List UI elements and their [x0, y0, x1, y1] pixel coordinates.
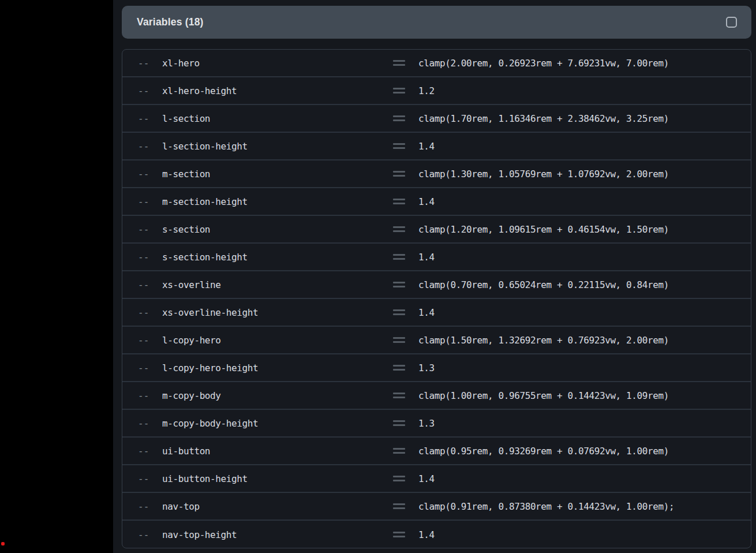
variable-name: xl-hero	[162, 58, 393, 69]
equals-icon	[393, 503, 405, 509]
equals-icon	[393, 393, 405, 398]
dash-prefix: --	[138, 113, 162, 124]
variable-value: clamp(1.00rem, 0.96755rem + 0.14423vw, 1…	[418, 390, 669, 401]
variable-name: m-section	[162, 169, 393, 180]
variable-value: 1.4	[418, 252, 435, 263]
variable-row[interactable]: -- l-section-height 1.4	[122, 133, 751, 160]
equals-icon	[393, 532, 405, 537]
variable-row[interactable]: -- s-section clamp(1.20rem, 1.09615rem +…	[122, 216, 751, 244]
variable-value: 1.2	[418, 85, 435, 96]
variable-row[interactable]: -- m-section-height 1.4	[122, 188, 751, 216]
variable-value: 1.4	[418, 141, 435, 152]
variable-value: clamp(1.30rem, 1.05769rem + 1.07692vw, 2…	[418, 169, 669, 180]
equals-icon	[393, 476, 405, 481]
dash-prefix: --	[138, 418, 162, 429]
variable-row[interactable]: -- xl-hero clamp(2.00rem, 0.26923rem + 7…	[122, 50, 751, 77]
variable-row[interactable]: -- m-copy-body-height 1.3	[122, 410, 751, 438]
variable-name: s-section	[162, 224, 393, 235]
variable-row[interactable]: -- m-copy-body clamp(1.00rem, 0.96755rem…	[122, 382, 751, 410]
variable-name: xs-overline	[162, 279, 393, 290]
dash-prefix: --	[138, 363, 162, 373]
equals-icon	[393, 143, 405, 149]
dash-prefix: --	[138, 473, 162, 484]
equals-icon	[393, 365, 405, 371]
variable-row[interactable]: -- s-section-height 1.4	[122, 244, 751, 271]
variable-value: clamp(0.70rem, 0.65024rem + 0.22115vw, 0…	[418, 279, 669, 290]
red-dot	[1, 542, 5, 545]
variable-name: s-section-height	[162, 252, 393, 263]
variable-value: clamp(1.70rem, 1.16346rem + 2.38462vw, 3…	[418, 113, 669, 124]
dash-prefix: --	[138, 252, 162, 263]
variable-name: l-copy-hero-height	[162, 363, 393, 373]
equals-icon	[393, 282, 405, 287]
equals-icon	[393, 254, 405, 260]
equals-icon	[393, 448, 405, 454]
equals-icon	[393, 171, 405, 177]
variable-value: 1.3	[418, 363, 435, 373]
variable-name: l-section-height	[162, 141, 393, 152]
equals-icon	[393, 226, 405, 232]
dash-prefix: --	[138, 390, 162, 401]
dash-prefix: --	[138, 141, 162, 152]
equals-icon	[393, 420, 405, 426]
dash-prefix: --	[138, 169, 162, 180]
variable-row[interactable]: -- m-section clamp(1.30rem, 1.05769rem +…	[122, 160, 751, 188]
variable-row[interactable]: -- ui-button-height 1.4	[122, 465, 751, 493]
panel-title: Variables (18)	[137, 16, 204, 28]
variable-value: 1.4	[418, 529, 435, 540]
variable-name: l-section	[162, 113, 393, 124]
variable-value: 1.4	[418, 473, 435, 484]
equals-icon	[393, 115, 405, 121]
variable-row[interactable]: -- l-section clamp(1.70rem, 1.16346rem +…	[122, 105, 751, 133]
variable-name: m-copy-body-height	[162, 418, 393, 429]
variable-name: xl-hero-height	[162, 85, 393, 96]
variable-name: ui-button-height	[162, 473, 393, 484]
variable-name: xs-overline-height	[162, 307, 393, 318]
variable-row[interactable]: -- l-copy-hero-height 1.3	[122, 354, 751, 382]
variables-table: -- xl-hero clamp(2.00rem, 0.26923rem + 7…	[122, 49, 751, 548]
equals-icon	[393, 60, 405, 66]
left-black-strip	[0, 0, 113, 553]
variable-name: m-section-height	[162, 196, 393, 207]
variable-value: 1.4	[418, 307, 435, 318]
checkbox-icon[interactable]	[726, 17, 737, 28]
variable-name: nav-top-height	[162, 529, 393, 540]
dash-prefix: --	[138, 279, 162, 290]
equals-icon	[393, 88, 405, 94]
variable-name: m-copy-body	[162, 390, 393, 401]
dash-prefix: --	[138, 58, 162, 69]
equals-icon	[393, 199, 405, 204]
dash-prefix: --	[138, 85, 162, 96]
variable-value: clamp(1.50rem, 1.32692rem + 0.76923vw, 2…	[418, 335, 669, 346]
dash-prefix: --	[138, 307, 162, 318]
panel-header: Variables (18)	[122, 6, 751, 39]
variable-row[interactable]: -- xl-hero-height 1.2	[122, 77, 751, 105]
variable-row[interactable]: -- nav-top-height 1.4	[122, 521, 751, 548]
dash-prefix: --	[138, 224, 162, 235]
dash-prefix: --	[138, 501, 162, 512]
dash-prefix: --	[138, 196, 162, 207]
variables-panel: Variables (18) -- xl-hero clamp(2.00rem,…	[122, 0, 751, 553]
variable-value: clamp(2.00rem, 0.26923rem + 7.69231vw, 7…	[418, 58, 669, 69]
dash-prefix: --	[138, 446, 162, 457]
variable-row[interactable]: -- nav-top clamp(0.91rem, 0.87380rem + 0…	[122, 493, 751, 521]
variable-row[interactable]: -- xs-overline-height 1.4	[122, 299, 751, 327]
variable-row[interactable]: -- xs-overline clamp(0.70rem, 0.65024rem…	[122, 271, 751, 299]
variable-value: 1.4	[418, 196, 435, 207]
variable-value: 1.3	[418, 418, 435, 429]
equals-icon	[393, 309, 405, 315]
variable-name: l-copy-hero	[162, 335, 393, 346]
variable-value: clamp(0.91rem, 0.87380rem + 0.14423vw, 1…	[418, 501, 674, 512]
variable-value: clamp(1.20rem, 1.09615rem + 0.46154vw, 1…	[418, 224, 669, 235]
variable-name: nav-top	[162, 501, 393, 512]
variable-row[interactable]: -- l-copy-hero clamp(1.50rem, 1.32692rem…	[122, 327, 751, 354]
variable-name: ui-button	[162, 446, 393, 457]
variable-value: clamp(0.95rem, 0.93269rem + 0.07692vw, 1…	[418, 446, 669, 457]
dash-prefix: --	[138, 529, 162, 540]
dash-prefix: --	[138, 335, 162, 346]
variable-row[interactable]: -- ui-button clamp(0.95rem, 0.93269rem +…	[122, 438, 751, 465]
equals-icon	[393, 337, 405, 343]
